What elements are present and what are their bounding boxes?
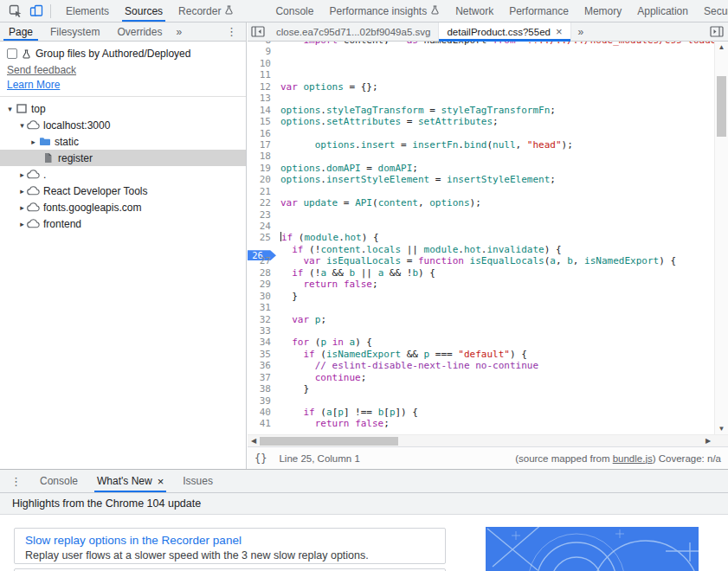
line-number[interactable]: 11 <box>248 69 274 80</box>
tree-item-frontend[interactable]: ▸frontend <box>0 215 246 232</box>
drawer-tab-console[interactable]: Console <box>30 470 87 492</box>
horizontal-scroll-thumb[interactable] <box>260 437 398 446</box>
line-number[interactable]: 27 <box>248 255 274 266</box>
hide-navigator-icon[interactable] <box>248 22 268 41</box>
tree-expand-arrow-icon[interactable]: ▸ <box>17 170 27 179</box>
line-number[interactable]: 35 <box>248 349 274 360</box>
line-number[interactable]: 25 <box>248 232 274 243</box>
close-tab-icon[interactable]: × <box>158 475 164 488</box>
drawer-menu-icon[interactable]: ⋮ <box>0 470 30 492</box>
tab-performance[interactable]: Performance <box>501 0 577 22</box>
line-number[interactable]: 16 <box>248 128 274 139</box>
group-files-row[interactable]: Group files by Authored/Deployed <box>0 42 246 61</box>
scroll-right-icon[interactable]: ▶ <box>702 435 714 446</box>
line-number[interactable]: 31 <box>248 302 274 313</box>
line-number[interactable]: 15 <box>248 116 274 127</box>
line-number[interactable]: 39 <box>248 395 274 407</box>
tab-console[interactable]: Console <box>267 0 321 22</box>
whats-new-card-title[interactable]: Slow replay options in the Recorder pane… <box>25 534 242 547</box>
navigator-pane: PageFilesystemOverrides » ⋮ Group files … <box>0 22 247 469</box>
tree-item-localhost-3000[interactable]: ▾localhost:3000 <box>0 117 246 133</box>
line-number[interactable]: 12 <box>248 81 274 93</box>
show-debugger-sidebar-icon[interactable] <box>705 22 728 41</box>
file-tab-active[interactable]: detailProduct.css?55ed× <box>439 22 570 41</box>
code-editor[interactable]: 8 import content, * as namedExport from … <box>248 42 714 434</box>
inspect-icon[interactable] <box>5 3 26 20</box>
tab-memory[interactable]: Memory <box>577 0 629 22</box>
tree-item-register[interactable]: register <box>0 150 246 166</box>
send-feedback-link[interactable]: Send feedback <box>0 61 246 76</box>
line-number[interactable]: 9 <box>248 46 274 57</box>
tree-collapse-arrow-icon[interactable]: ▾ <box>17 121 27 130</box>
coverage-info: Coverage: n/a <box>656 453 721 464</box>
line-number[interactable]: 21 <box>248 186 274 197</box>
line-number[interactable]: 33 <box>248 325 274 337</box>
line-number[interactable]: 17 <box>248 139 274 151</box>
tree-expand-arrow-icon[interactable]: ▸ <box>17 203 27 212</box>
file-tab-inactive[interactable]: close.ea7c95d71...02bf9049a5.svg <box>268 22 439 41</box>
vertical-scrollbar[interactable]: ▲ ▼ <box>714 42 728 434</box>
cloud-icon <box>27 219 40 228</box>
learn-more-link[interactable]: Learn More <box>0 76 246 96</box>
line-number[interactable]: 41 <box>248 418 274 429</box>
line-number[interactable]: 20 <box>248 174 274 185</box>
drawer-tab-issues[interactable]: Issues <box>173 470 222 492</box>
line-number[interactable]: 36 <box>248 360 274 371</box>
vertical-scroll-thumb[interactable] <box>717 76 726 137</box>
tree-expand-arrow-icon[interactable]: ▸ <box>17 187 27 196</box>
panel-tab-label: Network <box>455 5 493 17</box>
code-line: 28 if (!a && b || a && !b) { <box>248 267 714 279</box>
navigator-menu-icon[interactable]: ⋮ <box>217 22 246 41</box>
line-number[interactable]: 13 <box>248 93 274 104</box>
code-text: return false; <box>274 279 378 290</box>
line-number[interactable]: 10 <box>248 58 274 69</box>
line-number[interactable]: 34 <box>248 337 274 348</box>
line-number[interactable]: 30 <box>248 291 274 302</box>
tree-item-static[interactable]: ▸static <box>0 133 246 150</box>
tree-item-react-developer-tools[interactable]: ▸React Developer Tools <box>0 183 246 199</box>
tab-elements[interactable]: Elements <box>58 0 117 22</box>
horizontal-scrollbar[interactable]: ◀ ▶ <box>248 434 728 446</box>
cloud-icon <box>27 186 40 196</box>
line-number[interactable]: 38 <box>248 383 274 395</box>
line-number[interactable]: 14 <box>248 105 274 116</box>
scroll-up-icon[interactable]: ▲ <box>715 42 728 53</box>
navigator-tab-filesystem[interactable]: Filesystem <box>42 22 108 41</box>
line-number[interactable]: 28 <box>248 267 274 279</box>
line-number[interactable]: 24 <box>248 221 274 232</box>
tab-application[interactable]: Application <box>629 0 696 22</box>
tab-performance-insights[interactable]: Performance insights <box>321 0 448 22</box>
group-files-checkbox[interactable] <box>7 48 17 59</box>
device-toolbar-icon[interactable] <box>26 3 47 20</box>
navigator-tab-overrides[interactable]: Overrides <box>108 22 171 41</box>
line-number[interactable]: 19 <box>248 163 274 174</box>
navigator-tab-page[interactable]: Page <box>0 22 42 41</box>
tree-item-fonts-googleapis-com[interactable]: ▸fonts.googleapis.com <box>0 199 246 215</box>
bundle-js-link[interactable]: bundle.js <box>613 453 653 464</box>
line-number[interactable]: 40 <box>248 407 274 418</box>
navigator-more-tabs-button[interactable]: » <box>171 22 187 41</box>
drawer-tab-what-s-new[interactable]: What's New× <box>87 470 173 492</box>
line-number[interactable]: 18 <box>248 151 274 162</box>
tree-expand-arrow-icon[interactable]: ▸ <box>29 138 38 146</box>
tab-network[interactable]: Network <box>448 0 501 22</box>
line-number[interactable]: 29 <box>248 279 274 290</box>
line-number[interactable]: 22 <box>248 197 274 209</box>
tree-item--[interactable]: ▸. <box>0 166 246 183</box>
tab-sources[interactable]: Sources <box>117 0 171 22</box>
tab-recorder[interactable]: Recorder <box>171 0 242 22</box>
close-tab-icon[interactable]: × <box>556 25 563 38</box>
editor-more-tabs-button[interactable]: » <box>571 22 591 41</box>
tab-security[interactable]: Security <box>696 0 728 22</box>
tree-expand-arrow-icon[interactable]: ▸ <box>17 220 27 228</box>
tree-item-top[interactable]: ▾top <box>0 100 246 117</box>
code-line: 10 <box>248 58 714 69</box>
pretty-print-icon[interactable]: {} <box>254 452 267 465</box>
line-number[interactable]: 23 <box>248 209 274 221</box>
line-number[interactable]: 32 <box>248 314 274 325</box>
tree-collapse-arrow-icon[interactable]: ▾ <box>5 105 15 113</box>
code-text: var update = API(content, options); <box>274 197 481 209</box>
line-number[interactable]: 37 <box>248 372 274 383</box>
scroll-left-icon[interactable]: ◀ <box>248 435 260 446</box>
scroll-down-icon[interactable]: ▼ <box>715 423 728 434</box>
